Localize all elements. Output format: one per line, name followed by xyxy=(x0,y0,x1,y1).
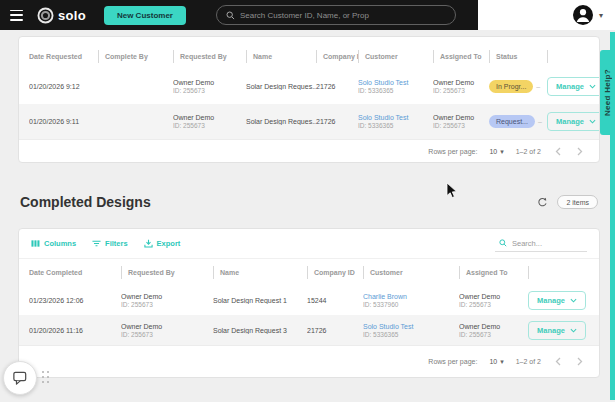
request-name-cell: Solar Design Reques... xyxy=(246,83,316,90)
chevron-down-icon[interactable]: ▾ xyxy=(599,11,603,20)
column-header-name[interactable]: Name xyxy=(213,266,307,279)
manage-button[interactable]: Manage xyxy=(528,291,586,310)
request-name-cell: Solar Design Request 1 xyxy=(213,297,307,304)
status-cell: Request...– xyxy=(489,115,547,128)
rows-per-page-select[interactable]: 10 ▾ xyxy=(489,358,503,366)
assigned-to-name: Owner Demo xyxy=(459,293,522,300)
design-requests-table: Date Requested Complete By Requested By … xyxy=(18,36,600,163)
manage-button-label: Manage xyxy=(537,326,565,335)
actions-cell: Manage xyxy=(547,112,599,131)
chevron-down-icon xyxy=(589,119,596,124)
table-header-row: Date Requested Complete By Requested By … xyxy=(19,43,599,69)
column-header-assigned-to[interactable]: Assigned To xyxy=(433,50,489,63)
rows-per-page-label: Rows per page: xyxy=(428,148,477,155)
customer-link[interactable]: Solo Studio Test xyxy=(358,79,427,86)
status-badge: Request... xyxy=(489,115,535,128)
column-header-actions xyxy=(528,266,599,279)
table-search-input[interactable] xyxy=(512,239,582,248)
user-avatar[interactable] xyxy=(573,5,593,25)
customer-cell: Charlie Brown ID: 5337960 xyxy=(363,293,459,308)
need-help-tab[interactable]: Need Help? xyxy=(600,50,615,135)
drag-handle[interactable] xyxy=(42,371,50,384)
previous-page-button[interactable] xyxy=(553,354,563,369)
solo-logo-icon xyxy=(37,7,54,24)
customer-cell: Solo Studio Test ID: 5336365 xyxy=(358,114,433,129)
column-header-date-requested[interactable]: Date Requested xyxy=(29,50,98,63)
pagination-range: 1–2 of 2 xyxy=(516,148,541,155)
requested-by-id: ID: 255673 xyxy=(173,122,240,129)
status-badge: In Progr... xyxy=(489,80,533,93)
requested-by-name: Owner Demo xyxy=(173,79,240,86)
status-dash: – xyxy=(538,118,542,125)
top-bar: solo New Customer ▾ xyxy=(0,0,615,30)
customer-link[interactable]: Solo Studio Test xyxy=(363,323,453,330)
date-requested-cell: 01/20/2026 9:12 xyxy=(29,83,98,90)
filters-button-label: Filters xyxy=(105,239,128,248)
table-row[interactable]: 01/20/2026 9:12 Owner Demo ID: 255673 So… xyxy=(19,69,599,104)
column-header-requested-by[interactable]: Requested By xyxy=(173,50,246,63)
filter-icon xyxy=(92,239,101,248)
export-button-label: Export xyxy=(157,239,181,248)
manage-button[interactable]: Manage xyxy=(547,112,599,131)
column-header-requested-by[interactable]: Requested By xyxy=(121,266,213,279)
column-header-name[interactable]: Name xyxy=(246,50,316,63)
table-row[interactable]: 01/23/2026 12:06 Owner Demo ID: 255673 S… xyxy=(19,285,599,315)
chevron-down-icon xyxy=(589,84,596,89)
next-page-button[interactable] xyxy=(575,144,585,159)
manage-button[interactable]: Manage xyxy=(547,77,599,96)
export-button[interactable]: Export xyxy=(144,239,181,248)
requested-by-id: ID: 255673 xyxy=(121,331,207,338)
items-count-badge: 2 items xyxy=(557,195,598,209)
column-header-customer[interactable]: Customer xyxy=(363,266,459,279)
pagination-bar: Rows per page: 10 ▾ 1–2 of 2 xyxy=(19,139,599,163)
manage-button[interactable]: Manage xyxy=(528,321,586,340)
customer-link[interactable]: Charlie Brown xyxy=(363,293,453,300)
customer-cell: Solo Studio Test ID: 5336365 xyxy=(363,323,459,338)
requested-by-id: ID: 255673 xyxy=(173,87,240,94)
assigned-to-id: ID: 255673 xyxy=(433,87,483,94)
mouse-cursor xyxy=(446,182,458,200)
table-row[interactable]: 01/20/2026 9:11 Owner Demo ID: 255673 So… xyxy=(19,104,599,139)
new-customer-button[interactable]: New Customer xyxy=(104,6,186,25)
assigned-to-cell: Owner Demo ID: 255673 xyxy=(433,79,489,94)
column-header-assigned-to[interactable]: Assigned To xyxy=(459,266,528,279)
company-id-cell: 15244 xyxy=(307,297,363,304)
solo-logo[interactable]: solo xyxy=(37,7,86,24)
refresh-icon xyxy=(537,197,548,208)
column-header-date-completed[interactable]: Date Completed xyxy=(29,266,121,279)
date-requested-cell: 01/20/2026 9:11 xyxy=(29,118,98,125)
column-header-customer[interactable]: Customer xyxy=(358,50,433,63)
assigned-to-cell: Owner Demo ID: 255673 xyxy=(433,114,489,129)
column-header-company-id[interactable]: Company ID xyxy=(316,50,358,63)
requested-by-name: Owner Demo xyxy=(121,323,207,330)
company-id-cell: 21726 xyxy=(316,118,358,125)
chat-button[interactable] xyxy=(3,361,37,395)
request-name-cell: Solar Design Reques... xyxy=(246,118,316,125)
table-row[interactable]: 01/20/2026 11:16 Owner Demo ID: 255673 S… xyxy=(19,315,599,345)
column-header-actions xyxy=(547,50,599,63)
columns-button[interactable]: Columns xyxy=(31,239,76,248)
header-search-input[interactable] xyxy=(240,11,446,20)
requested-by-cell: Owner Demo ID: 255673 xyxy=(121,323,213,338)
menu-icon[interactable] xyxy=(10,10,23,21)
previous-page-button[interactable] xyxy=(553,144,563,159)
column-header-company-id[interactable]: Company ID xyxy=(307,266,363,279)
column-header-status[interactable]: Status xyxy=(489,50,547,63)
manage-button-label: Manage xyxy=(556,82,584,91)
search-icon xyxy=(499,239,507,247)
assigned-to-id: ID: 255673 xyxy=(433,122,483,129)
status-cell: In Progr...– xyxy=(489,80,547,93)
rows-per-page-value: 10 xyxy=(489,358,497,365)
request-name-cell: Solar Design Request 3 xyxy=(213,327,307,334)
filters-button[interactable]: Filters xyxy=(92,239,128,248)
next-page-button[interactable] xyxy=(575,354,585,369)
customer-link[interactable]: Solo Studio Test xyxy=(358,114,427,121)
chevron-down-icon: ▾ xyxy=(500,148,504,156)
requested-by-name: Owner Demo xyxy=(173,114,240,121)
column-header-complete-by[interactable]: Complete By xyxy=(98,50,173,63)
assigned-to-name: Owner Demo xyxy=(459,323,522,330)
rows-per-page-select[interactable]: 10 ▾ xyxy=(489,148,503,156)
refresh-button[interactable] xyxy=(537,197,548,208)
header-search[interactable] xyxy=(216,5,456,25)
table-search[interactable] xyxy=(495,236,587,252)
